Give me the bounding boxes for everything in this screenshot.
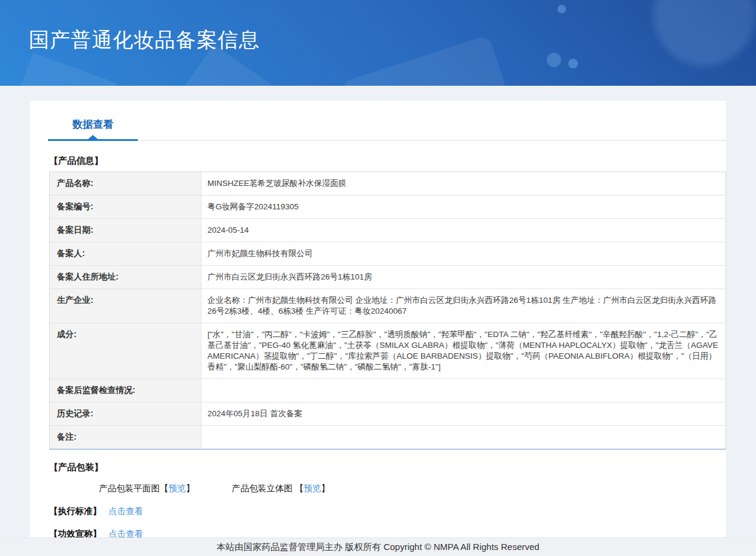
row-label: 生产企业: <box>50 289 201 323</box>
row-value: 粤G妆网备字2024119305 <box>201 196 725 218</box>
table-row-ingredients: 成分: ["水"，"甘油"，"丙二醇"，"卡波姆"，"三乙醇胺"，"透明质酸钠"… <box>50 323 725 379</box>
tab-active-pointer-icon <box>88 135 98 139</box>
preview-link-flat[interactable]: 预览 <box>168 483 186 493</box>
standard-row: 【执行标准】点击查看 <box>49 506 726 517</box>
table-row-product-name: 产品名称: MINSHZEE茗希芝玻尿酸补水保湿面膜 <box>50 172 725 196</box>
packaging-3d-item: 产品包装立体图 【预览】 <box>232 483 330 494</box>
row-value: 广州市妃颜生物科技有限公司 <box>201 242 725 265</box>
view-link-standard[interactable]: 点击查看 <box>109 506 143 516</box>
packaging-3d-label: 产品包装立体图 <box>232 483 293 493</box>
table-row-supervision-check: 备案后监督检查情况: <box>50 379 725 402</box>
row-label: 历史记录: <box>50 402 201 425</box>
bracket-open: 【 <box>160 483 169 493</box>
decor-circle <box>568 59 578 68</box>
product-info-heading: 【产品信息】 <box>49 155 726 167</box>
decor-shape <box>341 35 511 86</box>
bracket-open: 【 <box>295 483 304 493</box>
table-row-history: 历史记录: 2024年05月18日 首次备案 <box>50 402 725 426</box>
standard-heading: 【执行标准】 <box>49 506 101 516</box>
row-label: 备案编号: <box>50 196 201 218</box>
row-value: 广州市白云区龙归街永兴西环路26号1栋101房 <box>201 266 725 288</box>
tab-data-view-label: 数据查看 <box>73 119 113 130</box>
row-label: 备案人: <box>50 242 201 265</box>
page-footer: 本站由国家药品监督管理局主办 版权所有 Copyright © NMPA All… <box>0 537 756 556</box>
tab-bar: 数据查看 <box>48 101 726 141</box>
table-row-record-number: 备案编号: 粤G妆网备字2024119305 <box>50 196 725 219</box>
decor-circle <box>558 5 566 13</box>
row-label: 产品名称: <box>50 172 201 195</box>
packaging-row: 产品包装平面图【预览】 产品包装立体图 【预览】 <box>99 483 726 494</box>
decor-shape <box>8 53 118 86</box>
row-value <box>201 426 725 449</box>
packaging-flat-item: 产品包装平面图【预览】 <box>99 483 195 494</box>
packaging-heading: 【产品包装】 <box>49 462 726 473</box>
page-header: 国产普通化妆品备案信息 <box>0 0 756 86</box>
bracket-close: 】 <box>186 483 195 493</box>
table-row-manufacturer: 生产企业: 企业名称：广州市妃颜生物科技有限公司 企业地址：广州市白云区龙归街永… <box>50 289 725 323</box>
row-value: ["水"，"甘油"，"丙二醇"，"卡波姆"，"三乙醇胺"，"透明质酸钠"，"羟苯… <box>201 323 725 378</box>
main-area: 数据查看 【产品信息】 产品名称: MINSHZEE茗希芝玻尿酸补水保湿面膜 备… <box>0 86 756 556</box>
bracket-close: 】 <box>321 483 330 493</box>
packaging-flat-label: 产品包装平面图 <box>99 483 160 493</box>
row-value: 2024-05-14 <box>201 219 725 242</box>
table-row-record-date: 备案日期: 2024-05-14 <box>50 219 725 242</box>
table-row-remarks: 备注: <box>50 426 725 449</box>
tab-active-underline <box>48 139 138 141</box>
row-label: 备注: <box>50 426 201 449</box>
row-value <box>201 379 725 402</box>
product-info-table: 产品名称: MINSHZEE茗希芝玻尿酸补水保湿面膜 备案编号: 粤G妆网备字2… <box>49 172 726 450</box>
row-label: 备案日期: <box>50 219 201 242</box>
decor-circle <box>653 0 755 66</box>
row-value: 2024年05月18日 首次备案 <box>201 402 725 425</box>
row-label: 备案后监督检查情况: <box>50 379 201 402</box>
page-title: 国产普通化妆品备案信息 <box>29 26 260 54</box>
tab-data-view[interactable]: 数据查看 <box>48 118 138 140</box>
row-label: 成分: <box>50 323 201 378</box>
table-row-registrant-address: 备案人住所地址: 广州市白云区龙归街永兴西环路26号1栋101房 <box>50 266 725 289</box>
content-card: 数据查看 【产品信息】 产品名称: MINSHZEE茗希芝玻尿酸补水保湿面膜 备… <box>30 101 726 556</box>
row-label: 备案人住所地址: <box>50 266 201 288</box>
preview-link-3d[interactable]: 预览 <box>304 483 321 493</box>
decor-circle <box>547 53 561 67</box>
footer-text: 本站由国家药品监督管理局主办 版权所有 Copyright © NMPA All… <box>216 542 539 552</box>
table-row-registrant: 备案人: 广州市妃颜生物科技有限公司 <box>50 242 725 266</box>
row-value: MINSHZEE茗希芝玻尿酸补水保湿面膜 <box>201 172 725 195</box>
row-value: 企业名称：广州市妃颜生物科技有限公司 企业地址：广州市白云区龙归街永兴西环路26… <box>201 289 725 323</box>
